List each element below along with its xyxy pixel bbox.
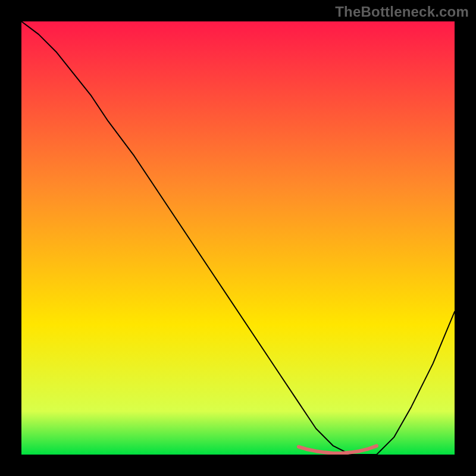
plot-area — [21, 21, 455, 455]
watermark-label: TheBottleneck.com — [335, 4, 469, 20]
chart-container: TheBottleneck.com — [0, 0, 476, 476]
chart-background — [21, 21, 455, 455]
bottleneck-chart — [21, 21, 455, 455]
